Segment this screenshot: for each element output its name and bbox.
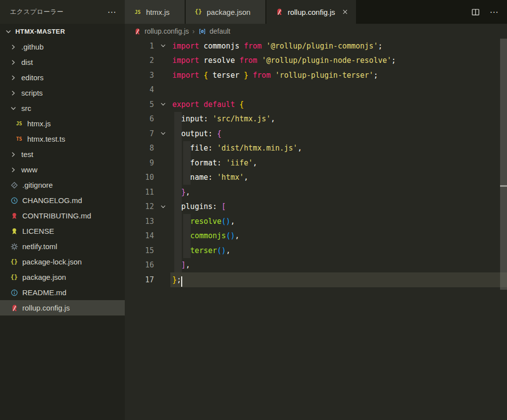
code-line-6[interactable]: 6 input: 'src/htmx.js', (125, 112, 507, 127)
code-line-2[interactable]: 2import resolve from '@rollup/plugin-nod… (125, 53, 507, 68)
code-token: ; (373, 71, 378, 80)
line-number: 9 (125, 158, 154, 167)
breadcrumb-file[interactable]: rollup.config.js (145, 27, 189, 35)
tree-item-dist[interactable]: dist (0, 54, 125, 70)
file-tree: HTMX-MASTER.githubdisteditorsscriptssrcJ… (0, 24, 125, 315)
tree-item-rollup-config-js[interactable]: rollup.config.js (0, 300, 125, 315)
chevron-down-icon (4, 27, 12, 36)
code-line-8[interactable]: 8 file: 'dist/htmx.min.js', (125, 141, 507, 156)
fold-chevron-down-icon[interactable] (154, 130, 172, 137)
tree-item-package-lock-json[interactable]: {}package-lock.json (0, 254, 125, 269)
tree-root-folder[interactable]: HTMX-MASTER (0, 24, 125, 39)
clock-icon (10, 196, 18, 205)
code-token: , (186, 188, 190, 197)
split-editor-icon[interactable] (471, 8, 480, 16)
code-text: file: 'dist/htmx.min.js', (172, 144, 302, 153)
close-icon[interactable] (341, 8, 349, 16)
code-token: , (226, 246, 230, 255)
tree-item-label: README.md (22, 288, 66, 297)
tree-item-htmx-js[interactable]: JShtmx.js (0, 116, 125, 131)
code-line-7[interactable]: 7 output: { (125, 126, 507, 141)
code-line-12[interactable]: 12 plugins: [ (125, 200, 507, 214)
tab-htmx-js[interactable]: JShtmx.js (125, 0, 185, 24)
code-line-13[interactable]: 13 resolve(), (125, 214, 507, 229)
code-token: { (217, 129, 221, 138)
code-text: }; (172, 275, 181, 284)
tree-item-readme-md[interactable]: README.md (0, 285, 125, 300)
code-token: resolve (190, 217, 221, 226)
tree-item-netlify-toml[interactable]: netlify.toml (0, 239, 125, 254)
code-line-10[interactable]: 10 name: 'htmx', (125, 170, 507, 185)
code-token (172, 188, 181, 197)
code-token: '@rollup/plugin-commonjs' (266, 42, 378, 51)
code-token: () (221, 217, 230, 226)
code-line-3[interactable]: 3import { terser } from 'rollup-plugin-t… (125, 68, 507, 83)
tab-package-json[interactable]: {}package.json (186, 0, 265, 24)
editor-tab-bar: JShtmx.js{}package.jsonrollup.config.js⋯ (125, 0, 507, 24)
tree-item-label: CHANGELOG.md (22, 196, 82, 205)
code-token: ; (392, 56, 396, 65)
code-editor[interactable]: 1import commonjs from '@rollup/plugin-co… (125, 39, 507, 420)
json-icon: {} (194, 8, 203, 16)
tree-item-www[interactable]: www (0, 162, 125, 177)
code-token: output: (172, 129, 217, 138)
code-text: name: 'htmx', (172, 173, 249, 182)
fold-chevron-down-icon[interactable] (154, 203, 172, 210)
chevron-right-icon (9, 165, 17, 174)
text-cursor (181, 276, 182, 287)
breadcrumb-symbol[interactable]: default (209, 27, 230, 35)
tree-item-label: netlify.toml (22, 242, 57, 251)
explorer-more-icon[interactable]: ⋯ (107, 8, 117, 16)
git-icon (10, 181, 18, 189)
fold-chevron-down-icon[interactable] (154, 101, 172, 108)
tree-item--gitignore[interactable]: .gitignore (0, 177, 125, 193)
code-line-15[interactable]: 15 terser(), (125, 243, 507, 258)
code-token (172, 261, 181, 269)
tree-item-label: LICENSE (22, 227, 54, 235)
tree-item-changelog-md[interactable]: CHANGELOG.md (0, 193, 125, 208)
tree-item-editors[interactable]: editors (0, 70, 125, 85)
tree-item-src[interactable]: src (0, 101, 125, 116)
scrollbar-thumb[interactable] (500, 39, 507, 290)
code-token: export (172, 100, 199, 109)
code-line-5[interactable]: 5export default { (125, 97, 507, 112)
code-token: 'htmx' (217, 173, 244, 182)
json-icon: {} (10, 273, 18, 281)
code-token: import (172, 42, 199, 51)
tree-item-test[interactable]: test (0, 147, 125, 162)
code-line-9[interactable]: 9 format: 'iife', (125, 156, 507, 170)
code-line-4[interactable]: 4 (125, 83, 507, 98)
ribbon-yellow-icon (10, 227, 18, 235)
code-token: from (239, 56, 257, 65)
line-number: 12 (125, 202, 154, 211)
fold-chevron-down-icon[interactable] (154, 42, 172, 50)
tree-item--github[interactable]: .github (0, 39, 125, 54)
breadcrumb: rollup.config.js › default (125, 24, 507, 39)
tree-item-htmx-test-ts[interactable]: TShtmx.test.ts (0, 131, 125, 147)
tree-item-license[interactable]: LICENSE (0, 223, 125, 239)
line-number: 4 (125, 85, 154, 94)
code-lines: 1import commonjs from '@rollup/plugin-co… (125, 39, 507, 287)
tree-item-label: CONTRIBUTING.md (22, 211, 91, 220)
code-line-14[interactable]: 14 commonjs(), (125, 229, 507, 244)
code-token: plugins: (172, 202, 221, 211)
tree-item-package-json[interactable]: {}package.json (0, 269, 125, 285)
tab-label: rollup.config.js (288, 8, 335, 16)
tab-rollup-config-js[interactable]: rollup.config.js (266, 0, 356, 24)
more-actions-icon[interactable]: ⋯ (490, 8, 499, 16)
code-line-1[interactable]: 1import commonjs from '@rollup/plugin-co… (125, 39, 507, 53)
tree-item-label: scripts (21, 89, 43, 97)
code-line-11[interactable]: 11 }, (125, 185, 507, 200)
code-token (199, 71, 203, 80)
tree-item-contributing-md[interactable]: CONTRIBUTING.md (0, 208, 125, 223)
line-number: 5 (125, 100, 154, 109)
tab-label: htmx.js (146, 8, 170, 16)
explorer-title: エクスプローラー (10, 7, 63, 16)
code-token: , (253, 158, 257, 167)
code-text: import { terser } from 'rollup-plugin-te… (172, 71, 378, 80)
code-line-16[interactable]: 16 ], (125, 258, 507, 273)
code-token: format: (172, 158, 226, 167)
code-token: () (217, 246, 226, 255)
tree-item-scripts[interactable]: scripts (0, 85, 125, 101)
code-token: 'dist/htmx.min.js' (217, 144, 298, 153)
